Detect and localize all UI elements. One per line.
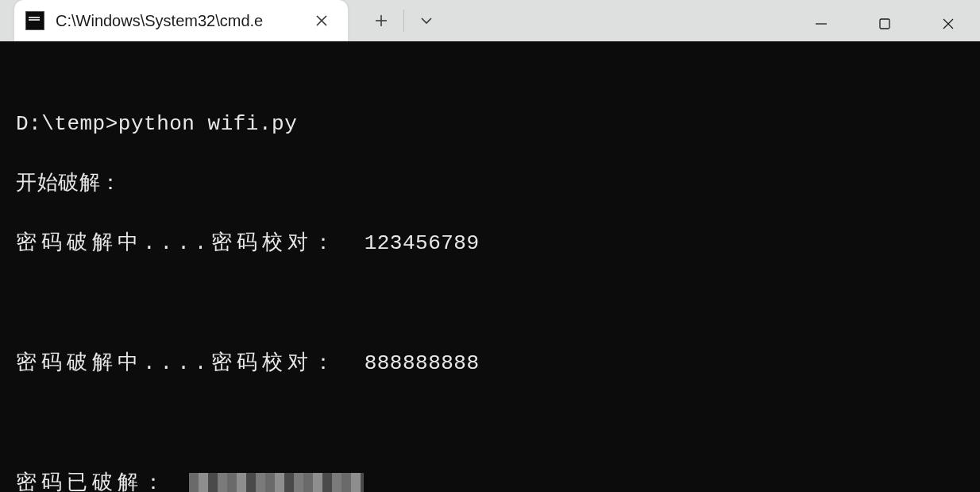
censored-block <box>189 473 364 492</box>
close-window-button[interactable] <box>916 0 980 48</box>
terminal-output[interactable]: D:\temp>python wifi.py 开始破解： 密码破解中....密码… <box>0 41 980 492</box>
close-icon <box>315 14 328 27</box>
close-icon <box>941 17 955 31</box>
password-value: 888888888 <box>365 351 480 375</box>
tab-actions <box>348 0 444 41</box>
terminal-line <box>16 409 964 440</box>
title-bar[interactable]: C:\Windows\System32\cmd.e <box>0 0 980 41</box>
minimize-button[interactable] <box>789 0 853 48</box>
maximize-icon <box>878 17 892 31</box>
terminal-line: 密码破解中....密码校对： 888888888 <box>16 349 964 379</box>
svg-rect-5 <box>880 19 889 29</box>
chevron-down-icon <box>419 13 434 29</box>
terminal-line: 密码破解中....密码校对： 123456789 <box>16 229 964 259</box>
output-text: 密码破解中....密码校对： <box>16 231 338 255</box>
terminal-line: 密码已破解： <box>16 469 964 492</box>
password-value: 123456789 <box>365 231 480 255</box>
output-text: 密码破解中....密码校对： <box>16 351 338 375</box>
window-controls <box>789 0 980 48</box>
maximize-button[interactable] <box>853 0 916 48</box>
terminal-line: 开始破解： <box>16 169 964 200</box>
prompt: D:\temp> <box>16 112 118 136</box>
output-text: 密码已破解： <box>16 471 186 492</box>
terminal-line <box>16 289 964 320</box>
terminal-line: D:\temp>python wifi.py <box>16 110 964 140</box>
output-text: 开始破解： <box>16 172 122 196</box>
new-tab-button[interactable] <box>364 3 399 38</box>
tab-close-button[interactable] <box>311 10 332 31</box>
tab-dropdown-button[interactable] <box>409 3 444 38</box>
tab-active[interactable]: C:\Windows\System32\cmd.e <box>14 0 348 41</box>
app-window: C:\Windows\System32\cmd.e <box>0 0 980 492</box>
divider <box>403 10 404 32</box>
minimize-icon <box>814 17 828 31</box>
tab-title: C:\Windows\System32\cmd.e <box>56 12 300 30</box>
command-text: python wifi.py <box>118 112 297 136</box>
cmd-icon <box>25 11 44 30</box>
plus-icon <box>373 13 389 29</box>
